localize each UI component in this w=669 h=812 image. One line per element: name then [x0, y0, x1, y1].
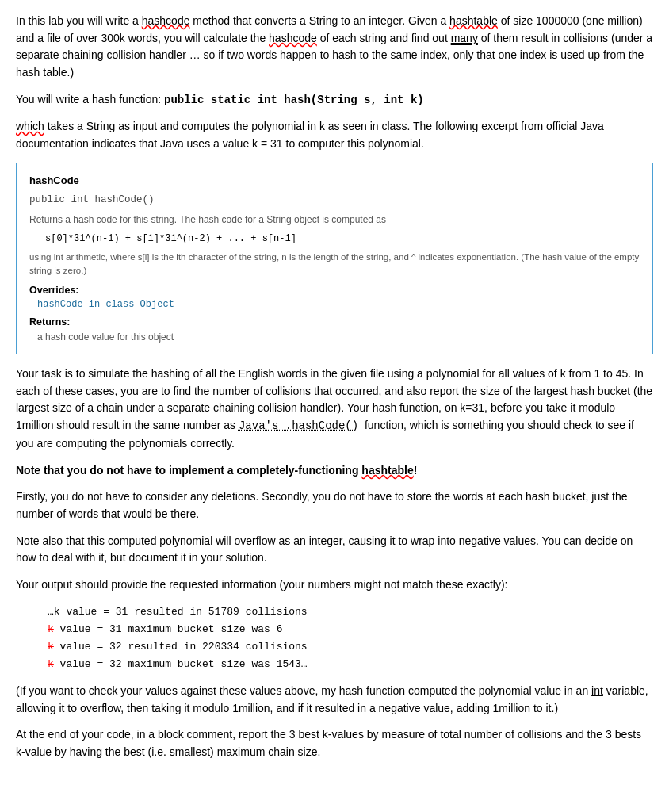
paragraph-1: In this lab you will write a hashcode me…: [16, 13, 653, 82]
java-hashcode-ref: Java's .hashCode(): [239, 419, 358, 432]
strikethrough-k-3: k: [48, 641, 54, 653]
code-signature: public static int hash(String s, int k): [164, 94, 424, 106]
box-formula: s[0]*31^(n-1) + s[1]*31^(n-2) + ... + s[…: [45, 232, 640, 246]
output-line-4: k value = 32 maximum bucket size was 154…: [48, 656, 653, 673]
paragraph-8: Your output should provide the requested…: [16, 576, 653, 594]
int-underline: int: [591, 684, 603, 697]
hashcode-underline-1: hashcode: [142, 14, 190, 27]
main-content: In this lab you will write a hashcode me…: [16, 13, 653, 761]
box-overrides-label: Overrides:: [29, 283, 640, 298]
box-method-sig: public int hashCode(): [29, 193, 640, 208]
output-block: …k value = 31 resulted in 51789 collisio…: [48, 603, 653, 673]
many-underline: many: [451, 32, 478, 44]
hashcode-box: hashCode public int hashCode() Returns a…: [16, 163, 653, 354]
hashtable-underline-bold: hashtable: [361, 464, 413, 477]
which-underline: which: [16, 120, 44, 132]
paragraph-5: Note that you do not have to implement a…: [16, 462, 653, 480]
strikethrough-k-2: k: [48, 623, 54, 635]
paragraph-2: You will write a hash function: public s…: [16, 91, 653, 109]
hashcode-underline-2: hashcode: [269, 32, 317, 44]
strikethrough-k-4: k: [48, 658, 54, 670]
hashtable-underline-1: hashtable: [449, 14, 498, 27]
paragraph-3: which takes a String as input and comput…: [16, 118, 653, 152]
bold-note: Note that you do not have to implement a…: [16, 464, 417, 477]
paragraph-6: Firstly, you do not have to consider any…: [16, 488, 653, 523]
output-line-2: k value = 31 maximum bucket size was 6: [48, 621, 653, 638]
output-line-3: k value = 32 resulted in 220334 collisio…: [48, 638, 653, 656]
paragraph-10: At the end of your code, in a block comm…: [16, 726, 653, 760]
box-note: using int arithmetic, where s[i] is the …: [29, 251, 640, 278]
output-line-1: …k value = 31 resulted in 51789 collisio…: [48, 603, 653, 621]
paragraph-7: Note also that this computed polynomial …: [16, 533, 653, 567]
box-title: hashCode: [29, 173, 640, 189]
box-returns-label: Returns:: [29, 315, 640, 330]
box-description: Returns a hash code for this string. The…: [29, 213, 640, 227]
paragraph-9: (If you want to check your values agains…: [16, 683, 653, 717]
box-returns-value: a hash code value for this object: [37, 330, 640, 344]
box-overrides-value: hashCode in class Object: [37, 297, 640, 312]
paragraph-4: Your task is to simulate the hashing of …: [16, 366, 653, 452]
